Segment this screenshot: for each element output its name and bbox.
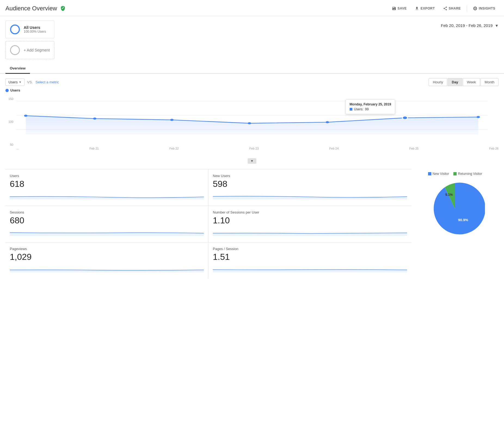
metric-cell-new-users: New Users 598: [208, 169, 411, 206]
export-button[interactable]: EXPORT: [411, 4, 438, 13]
chart-expand-button[interactable]: ▼: [248, 158, 256, 164]
chart-controls: Users ▼ VS. Select a metric Hourly Day W…: [0, 74, 504, 88]
pie-legend-new-visitor: New Visitor: [428, 172, 449, 176]
header-actions: SAVE EXPORT SHARE INSIGHTS: [389, 4, 499, 13]
segment-sub: 100.00% Users: [24, 30, 46, 34]
x-label-feb26: Feb 26: [489, 147, 499, 150]
svg-point-11: [402, 116, 408, 119]
x-label-feb21: Feb 21: [90, 147, 99, 150]
returning-visitor-label: Returning Visitor: [458, 172, 482, 176]
metrics-grid: Users 618 New Users 598 Sessions 680: [5, 169, 411, 279]
metric-value-pageviews: 1,029: [10, 252, 204, 262]
insights-button[interactable]: INSIGHTS: [470, 4, 499, 13]
metric-cell-sessions-per-user: Number of Sessions per User 1.10: [208, 206, 411, 242]
pie-chart-svg: 90.9% 9.1%: [425, 179, 485, 239]
y-label-50: 50: [5, 143, 13, 146]
date-range-text: Feb 20, 2019 - Feb 26, 2019: [441, 23, 493, 28]
metric-cell-sessions: Sessions 680: [5, 206, 208, 242]
x-label-feb25: Feb 25: [409, 147, 419, 150]
metrics-section: Users 618 New Users 598 Sessions 680: [0, 166, 504, 279]
metric-label-users: Users: [10, 174, 204, 178]
share-button[interactable]: SHARE: [440, 4, 464, 13]
metric-value-users: 618: [10, 179, 204, 189]
svg-point-12: [477, 116, 480, 118]
metrics-grid-container: Users 618 New Users 598 Sessions 680: [5, 169, 411, 279]
metric-value-new-users: 598: [213, 179, 407, 189]
chevron-down-icon: ▼: [19, 81, 21, 84]
x-label-feb23: Feb 23: [249, 147, 259, 150]
chart-container: 150 100 50: [5, 95, 499, 154]
all-users-segment: All Users 100.00% Users: [5, 20, 54, 38]
svg-point-7: [93, 118, 97, 120]
svg-point-10: [326, 121, 329, 123]
svg-point-6: [24, 115, 27, 117]
x-label-feb24: Feb 24: [329, 147, 339, 150]
svg-point-2: [475, 8, 476, 9]
metric-selector: Users ▼ VS. Select a metric: [5, 78, 59, 86]
chart-area: Users 150 100 50: [0, 88, 504, 157]
svg-point-9: [248, 122, 251, 124]
time-btn-hourly[interactable]: Hourly: [429, 78, 447, 86]
add-segment-label: + Add Segment: [24, 48, 50, 52]
tabs-bar: Overview: [0, 63, 504, 74]
metric-label-pages-session: Pages / Session: [213, 247, 407, 251]
metric-value-pages-session: 1.51: [213, 252, 407, 262]
pie-legend: New Visitor Returning Visitor: [417, 172, 493, 176]
action-divider: [467, 5, 467, 12]
chart-legend: Users: [5, 88, 499, 92]
add-segment-circle: [10, 45, 20, 55]
x-label-feb22: Feb 22: [170, 147, 179, 150]
pie-legend-returning-visitor: Returning Visitor: [453, 172, 482, 176]
sparkline-new-users: [213, 191, 407, 199]
pie-label-green: 9.1%: [445, 193, 453, 197]
tab-overview[interactable]: Overview: [5, 63, 30, 74]
sparkline-users: [10, 191, 204, 199]
y-label-100: 100: [5, 120, 13, 123]
pie-label-blue: 90.9%: [458, 218, 468, 222]
save-button[interactable]: SAVE: [389, 4, 410, 13]
segments-area: All Users 100.00% Users + Add Segment: [5, 20, 54, 59]
metric-dropdown[interactable]: Users ▼: [5, 78, 24, 86]
metric-label-new-users: New Users: [213, 174, 407, 178]
legend-label-users: Users: [10, 88, 20, 92]
x-label-start: ...: [16, 147, 19, 150]
chart-svg: [5, 95, 488, 146]
metric-value-sessions: 680: [10, 215, 204, 226]
segment-circle-icon: [10, 25, 20, 34]
vs-label: VS.: [27, 80, 33, 84]
new-visitor-label: New Visitor: [433, 172, 449, 176]
add-segment-card[interactable]: + Add Segment: [5, 41, 54, 59]
metric-cell-pages-session: Pages / Session 1.51: [208, 242, 411, 279]
date-dropdown-icon[interactable]: ▼: [495, 23, 499, 28]
time-btn-week[interactable]: Week: [463, 78, 480, 86]
shield-icon: [60, 5, 66, 11]
svg-point-8: [170, 119, 174, 121]
page-title: Audience Overview: [5, 5, 57, 12]
sparkline-pageviews: [10, 264, 204, 272]
metric-cell-users: Users 618: [5, 169, 208, 206]
metric-cell-pageviews: Pageviews 1,029: [5, 242, 208, 279]
legend-dot-users: [5, 89, 9, 92]
y-label-150: 150: [5, 97, 13, 101]
returning-visitor-dot: [453, 172, 457, 175]
header: Audience Overview SAVE EXPORT SHARE INSI…: [0, 0, 504, 16]
sparkline-sessions-per-user: [213, 228, 407, 236]
time-btn-day[interactable]: Day: [448, 78, 462, 86]
sparkline-pages-session: [213, 264, 407, 272]
select-metric-link[interactable]: Select a metric: [36, 80, 59, 84]
pie-container: 90.9% 9.1%: [417, 179, 493, 239]
header-left: Audience Overview: [5, 5, 66, 12]
time-btn-month[interactable]: Month: [481, 78, 499, 86]
chart-expand: ▼: [0, 158, 504, 164]
time-buttons: Hourly Day Week Month: [429, 78, 499, 86]
sparkline-sessions: [10, 228, 204, 236]
metric-value-sessions-per-user: 1.10: [213, 215, 407, 226]
pie-section: New Visitor Returning Visitor: [411, 169, 499, 279]
metric-label-pageviews: Pageviews: [10, 247, 204, 251]
metric-label-sessions-per-user: Number of Sessions per User: [213, 210, 407, 214]
metric-label-sessions: Sessions: [10, 210, 204, 214]
metric-dropdown-label: Users: [8, 80, 18, 84]
segment-name: All Users: [24, 25, 46, 30]
new-visitor-dot: [428, 172, 431, 175]
